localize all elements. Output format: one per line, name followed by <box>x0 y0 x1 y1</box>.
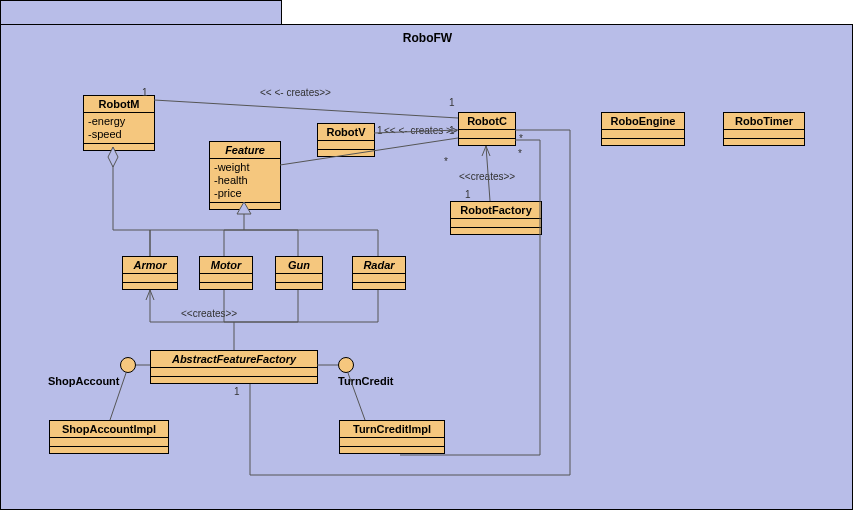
multiplicity: 1 <box>142 87 148 98</box>
stereotype-label: <<creates>> <box>181 308 237 319</box>
class-attrs: -energy -speed <box>84 113 154 144</box>
class-name: RoboEngine <box>602 113 684 130</box>
class-RoboEngine[interactable]: RoboEngine <box>601 112 685 146</box>
class-Gun[interactable]: Gun <box>275 256 323 290</box>
class-RobotC[interactable]: RobotC <box>458 112 516 146</box>
diagram-canvas: RoboFW RobotM -energy -speed Feature -we… <box>0 0 853 510</box>
multiplicity: 1 <box>377 125 383 136</box>
class-name: Gun <box>276 257 322 274</box>
class-name: Armor <box>123 257 177 274</box>
package-title: RoboFW <box>1 31 853 45</box>
multiplicity: * <box>519 133 523 144</box>
stereotype-label: <<creates>> <box>459 171 515 182</box>
interface-ShopAccount[interactable] <box>120 357 136 373</box>
class-name: RobotM <box>84 96 154 113</box>
class-TurnCreditImpl[interactable]: TurnCreditImpl <box>339 420 445 454</box>
class-name: TurnCreditImpl <box>340 421 444 438</box>
interface-TurnCredit[interactable] <box>338 357 354 373</box>
class-RobotM[interactable]: RobotM -energy -speed <box>83 95 155 151</box>
class-Armor[interactable]: Armor <box>122 256 178 290</box>
class-name: ShopAccountImpl <box>50 421 168 438</box>
interface-label: ShopAccount <box>48 375 120 387</box>
class-name: RobotFactory <box>451 202 541 219</box>
class-RobotFactory[interactable]: RobotFactory <box>450 201 542 235</box>
multiplicity: 1 <box>449 125 455 136</box>
stereotype-label: << <- creates >> <box>384 125 458 136</box>
multiplicity: 1 <box>449 97 455 108</box>
multiplicity: 1 <box>465 189 471 200</box>
class-RobotV[interactable]: RobotV <box>317 123 375 157</box>
interface-label: TurnCredit <box>338 375 393 387</box>
class-name: RoboTimer <box>724 113 804 130</box>
multiplicity: 1 <box>234 386 240 397</box>
class-Feature[interactable]: Feature -weight -health -price <box>209 141 281 210</box>
class-name: Motor <box>200 257 252 274</box>
class-name: RobotC <box>459 113 515 130</box>
class-name: RobotV <box>318 124 374 141</box>
class-Motor[interactable]: Motor <box>199 256 253 290</box>
multiplicity: * <box>518 148 522 159</box>
class-name: AbstractFeatureFactory <box>151 351 317 368</box>
class-ops <box>84 144 154 150</box>
class-name: Radar <box>353 257 405 274</box>
class-name: Feature <box>210 142 280 159</box>
class-ops <box>210 203 280 209</box>
class-ShopAccountImpl[interactable]: ShopAccountImpl <box>49 420 169 454</box>
class-AbstractFeatureFactory[interactable]: AbstractFeatureFactory <box>150 350 318 384</box>
class-RoboTimer[interactable]: RoboTimer <box>723 112 805 146</box>
multiplicity: * <box>444 156 448 167</box>
class-Radar[interactable]: Radar <box>352 256 406 290</box>
stereotype-label: << <- creates>> <box>260 87 331 98</box>
class-attrs: -weight -health -price <box>210 159 280 203</box>
package-tab <box>0 0 282 25</box>
